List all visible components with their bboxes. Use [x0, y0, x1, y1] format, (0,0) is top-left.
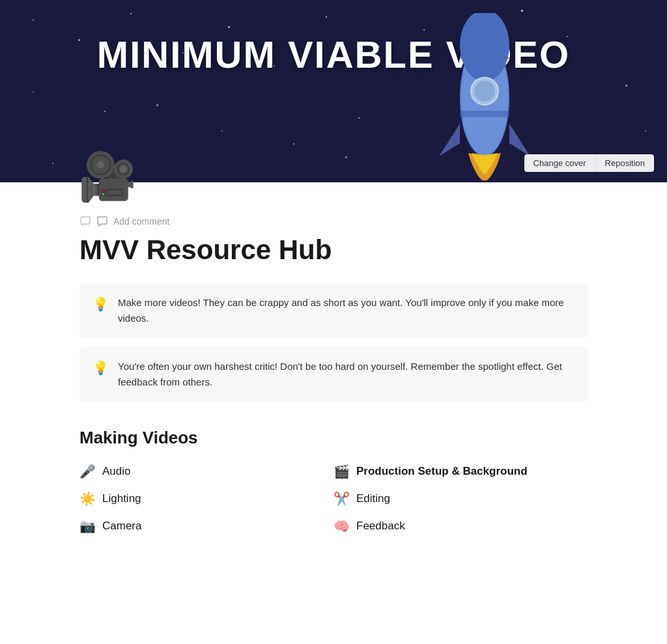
comment-bubble-icon — [96, 216, 108, 227]
audio-label: Audio — [102, 465, 130, 478]
link-editing[interactable]: ✂️ Editing — [334, 490, 588, 508]
production-icon: 🎬 — [334, 465, 350, 478]
feedback-icon: 🧠 — [334, 520, 350, 533]
page-icon: 🎥 — [78, 153, 130, 205]
camera-label: Camera — [102, 520, 141, 533]
cover-title: MINIMUM VIABLE VIDEO — [0, 33, 667, 76]
lighting-icon: ☀️ — [79, 492, 96, 505]
callout-1: 💡 Make more videos! They can be crappy a… — [79, 283, 588, 338]
reposition-button[interactable]: Reposition — [596, 154, 654, 172]
callout-1-icon: 💡 — [92, 295, 109, 313]
link-production[interactable]: 🎬 Production Setup & Background — [334, 462, 588, 481]
svg-rect-7 — [81, 217, 90, 224]
add-comment-label: Add comment — [113, 216, 169, 227]
production-label: Production Setup & Background — [356, 465, 528, 478]
lighting-label: Lighting — [102, 492, 141, 505]
change-cover-button[interactable]: Change cover — [524, 154, 596, 172]
link-audio[interactable]: 🎤 Audio — [79, 462, 334, 481]
callout-2: 💡 You're often your own harshest critic!… — [79, 347, 588, 402]
feedback-label: Feedback — [356, 520, 405, 533]
links-grid: 🎤 Audio 🎬 Production Setup & Background … — [79, 462, 588, 535]
editing-label: Editing — [356, 492, 390, 505]
audio-icon: 🎤 — [79, 465, 96, 478]
camera-icon: 📷 — [79, 520, 96, 533]
callout-2-text: You're often your own harshest critic! D… — [118, 359, 575, 390]
page-title: MVV Resource Hub — [79, 235, 588, 265]
svg-rect-6 — [460, 111, 509, 117]
callout-1-text: Make more videos! They can be crappy and… — [118, 295, 575, 326]
link-lighting[interactable]: ☀️ Lighting — [79, 490, 334, 508]
page-content: Add comment MVV Resource Hub 💡 Make more… — [40, 216, 627, 574]
link-feedback[interactable]: 🧠 Feedback — [334, 517, 588, 535]
cover-actions: Change cover Reposition — [524, 154, 654, 172]
making-videos-header: Making Videos — [79, 428, 588, 448]
editing-icon: ✂️ — [334, 492, 350, 505]
link-camera[interactable]: 📷 Camera — [79, 517, 334, 535]
comment-icon — [79, 216, 91, 227]
add-comment-button[interactable]: Add comment — [79, 216, 588, 227]
callout-2-icon: 💡 — [92, 359, 109, 377]
svg-point-5 — [474, 81, 495, 102]
